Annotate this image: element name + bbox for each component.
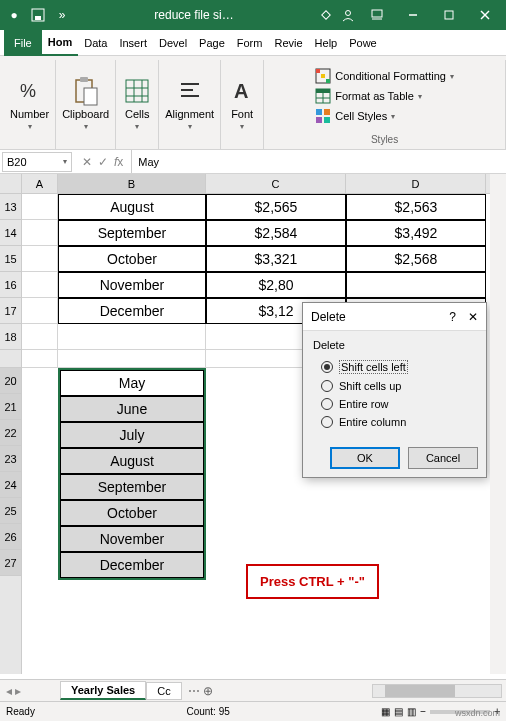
- font-icon[interactable]: A: [227, 76, 257, 106]
- fx-icon[interactable]: fx: [114, 155, 123, 169]
- user-icon[interactable]: [340, 7, 356, 23]
- cell[interactable]: $2,563: [346, 194, 486, 220]
- tab-formulas[interactable]: Form: [231, 30, 269, 56]
- ok-button[interactable]: OK: [330, 447, 400, 469]
- cancel-button[interactable]: Cancel: [408, 447, 478, 469]
- sheet-tab[interactable]: Cc: [146, 682, 181, 700]
- dialog-help-button[interactable]: ?: [449, 310, 456, 324]
- cell[interactable]: $3,321: [206, 246, 346, 272]
- cell[interactable]: $2,565: [206, 194, 346, 220]
- cells-button[interactable]: Cells: [125, 108, 149, 120]
- col-header-c[interactable]: C: [206, 174, 346, 193]
- cell[interactable]: June: [60, 396, 204, 422]
- radio-shift-up[interactable]: Shift cells up: [313, 377, 476, 395]
- cell[interactable]: May: [60, 370, 204, 396]
- clipboard-button[interactable]: Clipboard: [62, 108, 109, 120]
- cell[interactable]: December: [58, 298, 206, 324]
- cell[interactable]: November: [58, 272, 206, 298]
- row-header[interactable]: 21: [0, 394, 21, 420]
- cell[interactable]: October: [60, 500, 204, 526]
- close-button[interactable]: [470, 0, 500, 30]
- cell[interactable]: $3,492: [346, 220, 486, 246]
- cell[interactable]: [22, 324, 58, 350]
- cell[interactable]: $2,80: [206, 272, 346, 298]
- chevron-down-icon[interactable]: ▾: [240, 122, 244, 131]
- cell[interactable]: September: [60, 474, 204, 500]
- cell[interactable]: $2,568: [346, 246, 486, 272]
- row-header[interactable]: 17: [0, 298, 21, 324]
- tab-review[interactable]: Revie: [268, 30, 308, 56]
- cancel-formula-icon[interactable]: ✕: [82, 155, 92, 169]
- cell[interactable]: October: [58, 246, 206, 272]
- minimize-button[interactable]: [398, 0, 428, 30]
- diamond-icon[interactable]: [318, 7, 334, 23]
- alignment-icon[interactable]: [175, 76, 205, 106]
- cell[interactable]: November: [60, 526, 204, 552]
- row-header[interactable]: 20: [0, 368, 21, 394]
- row-header[interactable]: 22: [0, 420, 21, 446]
- name-box[interactable]: B20 ▾: [2, 152, 72, 172]
- select-all-corner[interactable]: [0, 174, 22, 193]
- tab-insert[interactable]: Insert: [113, 30, 153, 56]
- row-header[interactable]: 15: [0, 246, 21, 272]
- cell[interactable]: August: [58, 194, 206, 220]
- number-button[interactable]: Number: [10, 108, 49, 120]
- cell[interactable]: [58, 324, 206, 350]
- tab-home[interactable]: Hom: [42, 30, 78, 56]
- percent-icon[interactable]: %: [15, 76, 45, 106]
- view-break-icon[interactable]: ▥: [407, 706, 416, 717]
- cell[interactable]: [22, 350, 58, 368]
- accept-formula-icon[interactable]: ✓: [98, 155, 108, 169]
- col-header-a[interactable]: A: [22, 174, 58, 193]
- row-header[interactable]: 13: [0, 194, 21, 220]
- tab-power[interactable]: Powe: [343, 30, 383, 56]
- chevron-down-icon[interactable]: ▾: [84, 122, 88, 131]
- view-page-icon[interactable]: ▤: [394, 706, 403, 717]
- row-header[interactable]: 14: [0, 220, 21, 246]
- cell[interactable]: December: [60, 552, 204, 578]
- row-header[interactable]: 18: [0, 324, 21, 350]
- format-as-table-button[interactable]: Format as Table▾: [315, 86, 454, 106]
- radio-entire-row[interactable]: Entire row: [313, 395, 476, 413]
- horizontal-scrollbar[interactable]: [219, 684, 506, 698]
- chevron-down-icon[interactable]: ▾: [63, 157, 67, 166]
- tab-help[interactable]: Help: [309, 30, 344, 56]
- row-header[interactable]: 16: [0, 272, 21, 298]
- conditional-formatting-button[interactable]: Conditional Formatting▾: [315, 66, 454, 86]
- cell-styles-button[interactable]: Cell Styles▾: [315, 106, 454, 126]
- cell[interactable]: [22, 272, 58, 298]
- cell[interactable]: [22, 298, 58, 324]
- cell[interactable]: [346, 272, 486, 298]
- row-header[interactable]: 24: [0, 472, 21, 498]
- ribbon-options-icon[interactable]: [362, 0, 392, 30]
- clipboard-icon[interactable]: [71, 76, 101, 106]
- chevron-down-icon[interactable]: ▾: [135, 122, 139, 131]
- cell[interactable]: [22, 220, 58, 246]
- tab-page[interactable]: Page: [193, 30, 231, 56]
- radio-entire-column[interactable]: Entire column: [313, 413, 476, 431]
- dialog-close-button[interactable]: ✕: [468, 310, 478, 324]
- row-header[interactable]: 25: [0, 498, 21, 524]
- cell[interactable]: August: [60, 448, 204, 474]
- row-header[interactable]: 27: [0, 550, 21, 576]
- alignment-button[interactable]: Alignment: [165, 108, 214, 120]
- tab-file[interactable]: File: [4, 30, 42, 56]
- row-header[interactable]: 23: [0, 446, 21, 472]
- col-header-d[interactable]: D: [346, 174, 486, 193]
- tab-developer[interactable]: Devel: [153, 30, 193, 56]
- cell[interactable]: September: [58, 220, 206, 246]
- sheet-nav[interactable]: ◂ ▸: [0, 684, 60, 698]
- col-header-b[interactable]: B: [58, 174, 206, 193]
- cell[interactable]: July: [60, 422, 204, 448]
- chevron-down-icon[interactable]: ▾: [188, 122, 192, 131]
- row-header[interactable]: [0, 350, 21, 368]
- sheet-tab-active[interactable]: Yearly Sales: [60, 681, 146, 700]
- add-sheet-button[interactable]: ⋯ ⊕: [182, 684, 219, 698]
- zoom-out-button[interactable]: −: [420, 706, 426, 717]
- view-normal-icon[interactable]: ▦: [381, 706, 390, 717]
- row-header[interactable]: 26: [0, 524, 21, 550]
- autosave-icon[interactable]: ●: [6, 7, 22, 23]
- save-icon[interactable]: [30, 7, 46, 23]
- formula-input[interactable]: May: [131, 150, 506, 173]
- cell[interactable]: $2,584: [206, 220, 346, 246]
